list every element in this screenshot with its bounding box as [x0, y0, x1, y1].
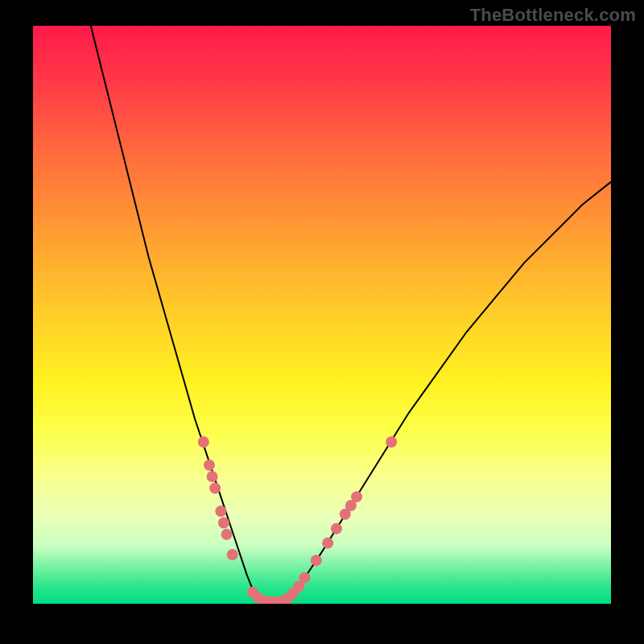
data-marker: [322, 538, 333, 549]
data-marker: [221, 529, 233, 540]
data-marker: [209, 482, 221, 493]
plot-area: [33, 26, 611, 604]
data-marker: [207, 471, 218, 482]
data-marker: [299, 572, 310, 584]
data-marker: [351, 491, 362, 502]
data-marker: [227, 549, 238, 560]
bottleneck-curve: [33, 26, 611, 603]
data-marker: [311, 555, 322, 566]
chart-frame: TheBottleneck.com: [0, 0, 644, 644]
data-marker: [331, 523, 342, 535]
chart-svg: [33, 26, 611, 604]
data-marker: [204, 460, 215, 471]
data-marker: [215, 506, 226, 517]
data-marker: [218, 517, 229, 528]
data-marker: [198, 436, 209, 448]
watermark-text: TheBottleneck.com: [470, 5, 636, 26]
data-marker: [386, 436, 397, 448]
